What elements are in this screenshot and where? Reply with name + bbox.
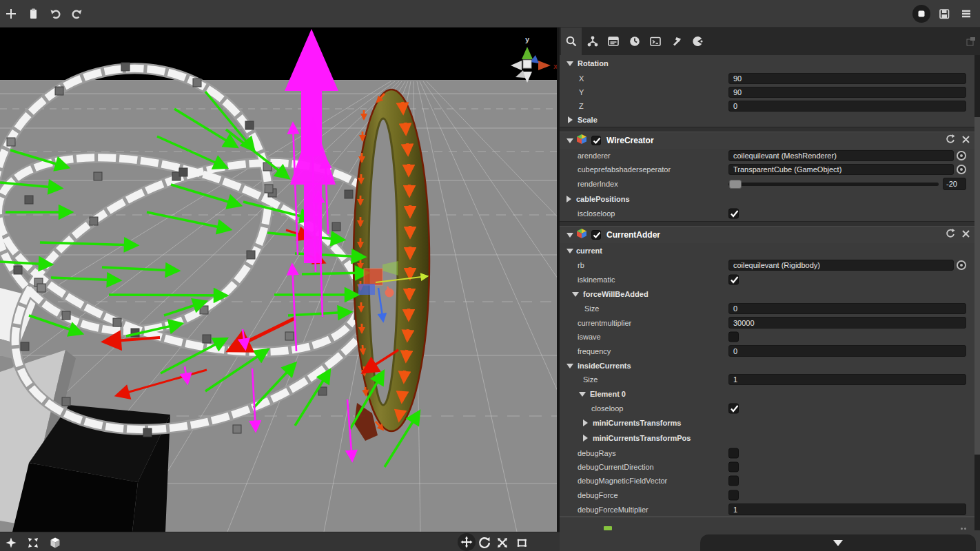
save-icon[interactable] [935, 4, 954, 23]
row-rotation-z: Z 0 [560, 99, 980, 113]
component-cube-icon [576, 228, 587, 242]
row-cubeprefab: cubeprefabshaderseperator TransparentCub… [560, 163, 980, 176]
row-rotation-y: Y 90 [560, 85, 980, 99]
object-picker-icon[interactable] [957, 260, 966, 270]
component-enabled-checkbox[interactable] [591, 136, 601, 145]
object-picker-icon[interactable] [957, 151, 966, 160]
pivot-star-icon[interactable] [3, 534, 19, 551]
component-enabled-checkbox[interactable] [591, 230, 601, 240]
foldout-forcewillbeadded[interactable]: forceWillBeAdded [560, 287, 980, 302]
popout-icon[interactable] [966, 37, 976, 46]
scene-viewport[interactable]: y x [0, 28, 560, 532]
row-debugmagneticfieldvector: debugMagneticFieldVector [560, 474, 980, 488]
row-debugforcemultiplier: debugForceMultiplier 1 [560, 502, 980, 517]
inspector-scrollbar[interactable] [974, 55, 980, 530]
inspector-tab-bar [560, 28, 980, 55]
tab-panel-list-icon[interactable] [603, 28, 624, 55]
rb-object-field[interactable]: coilequilevant (Rigidbody) [728, 260, 954, 271]
renderindex-value[interactable]: -20 [943, 178, 966, 190]
rect-tool[interactable] [513, 534, 530, 551]
close-icon[interactable] [961, 134, 970, 147]
foldout-minitransformpos[interactable]: miniCurrentsTransformPos [560, 430, 980, 446]
tab-search-icon[interactable] [561, 28, 582, 55]
debugforce-checkbox[interactable] [728, 490, 739, 500]
iswave-checkbox[interactable] [728, 332, 739, 342]
inspector-content: Rotation X 90 Y 90 Z 0 Scale WireCreator [560, 55, 980, 530]
row-debugrays: debugRays [560, 446, 980, 460]
bottom-toolbar [0, 532, 560, 551]
inside-size-input[interactable]: 1 [728, 374, 966, 385]
arenderer-object-field[interactable]: coilequilevant (MeshRenderer) [728, 150, 954, 161]
inspector-panel: Rotation X 90 Y 90 Z 0 Scale WireCreator [560, 28, 980, 551]
add-icon[interactable] [1, 4, 21, 23]
foldout-element0[interactable]: Element 0 [560, 386, 980, 401]
section-separator [560, 221, 980, 227]
stop-record-button[interactable] [912, 4, 931, 23]
foldout-closed-icon [583, 435, 588, 441]
foldout-cablepositions[interactable]: cablePositions [560, 191, 980, 206]
foldout-scale[interactable]: Scale [560, 113, 980, 127]
component-dropdown-button[interactable] [700, 534, 976, 551]
row-rotation-x: X 90 [560, 72, 980, 85]
foldout-closed-icon [566, 196, 571, 202]
tab-console-icon[interactable] [645, 28, 666, 55]
partial-component-row[interactable] [560, 517, 980, 530]
scene-3d[interactable]: y x [0, 28, 560, 532]
debugrays-checkbox[interactable] [728, 448, 739, 458]
component-header-wirecreator[interactable]: WireCreator [560, 132, 980, 149]
closeloop-checkbox[interactable] [728, 403, 739, 413]
cube-icon[interactable] [47, 534, 63, 551]
row-debugcurrentdirection: debugCurrentDirection [560, 460, 980, 474]
tab-pacman-icon[interactable] [687, 28, 708, 55]
tab-hierarchy-icon[interactable] [582, 28, 603, 55]
rotation-x-input[interactable]: 90 [728, 73, 966, 84]
close-icon[interactable] [961, 229, 970, 241]
rotate-tool[interactable] [476, 534, 493, 551]
row-iscloseloop: iscloseloop [560, 206, 980, 221]
move-tool[interactable] [458, 533, 476, 551]
tab-hammer-icon[interactable] [666, 28, 687, 55]
foldout-closed-icon [568, 116, 573, 123]
iscloseloop-checkbox[interactable] [728, 209, 739, 219]
scrollbar-thumb[interactable] [974, 117, 980, 455]
foldout-open-icon[interactable] [566, 138, 573, 143]
debugforcemultiplier-input[interactable]: 1 [728, 503, 966, 515]
refresh-icon[interactable] [945, 134, 955, 147]
refresh-icon[interactable] [945, 229, 955, 242]
rotation-y-input[interactable]: 90 [728, 87, 966, 98]
renderindex-slider[interactable] [728, 183, 939, 186]
tab-clock-icon[interactable] [624, 28, 645, 55]
debugcurrentdirection-checkbox[interactable] [728, 462, 739, 472]
cubeprefab-object-field[interactable]: TransparentCube (GameObject) [728, 164, 954, 175]
foldout-rotation[interactable]: Rotation [560, 55, 980, 72]
row-renderindex: renderIndex -20 [560, 176, 980, 191]
expand-arrows-icon[interactable] [25, 534, 41, 551]
row-force-size: Size 0 [560, 302, 980, 315]
foldout-minitransforms[interactable]: miniCurrentsTransforms [560, 415, 980, 430]
row-iswave: iswave [560, 330, 980, 344]
force-size-input[interactable]: 0 [728, 303, 966, 314]
row-currentmultiplier: currentmultiplier 30000 [560, 315, 980, 330]
row-rb: rb coilequilevant (Rigidbody) [560, 258, 980, 272]
row-frequency: frequency 0 [560, 344, 980, 358]
debugmagneticfieldvector-checkbox[interactable] [728, 476, 739, 486]
component-header-currentadder[interactable]: CurrentAdder [560, 227, 980, 243]
foldout-insidecurrents[interactable]: insideCurrents [560, 358, 980, 373]
foldout-current[interactable]: current [560, 243, 980, 258]
slider-handle[interactable] [729, 180, 742, 189]
object-picker-icon[interactable] [957, 165, 966, 174]
clipboard-icon[interactable] [23, 4, 43, 23]
scale-tool[interactable] [494, 534, 511, 551]
iskinematic-checkbox[interactable] [728, 274, 739, 284]
axis-y-label: y [525, 35, 530, 43]
ellipsis-dots [961, 528, 968, 530]
redo-icon[interactable] [68, 4, 87, 23]
section-separator [560, 127, 980, 132]
undo-icon[interactable] [45, 4, 65, 23]
menu-icon[interactable] [957, 4, 976, 23]
foldout-open-icon[interactable] [566, 233, 573, 238]
foldout-open-icon [566, 364, 573, 368]
currentmultiplier-input[interactable]: 30000 [728, 317, 966, 329]
frequency-input[interactable]: 0 [728, 345, 966, 357]
rotation-z-input[interactable]: 0 [728, 101, 966, 112]
